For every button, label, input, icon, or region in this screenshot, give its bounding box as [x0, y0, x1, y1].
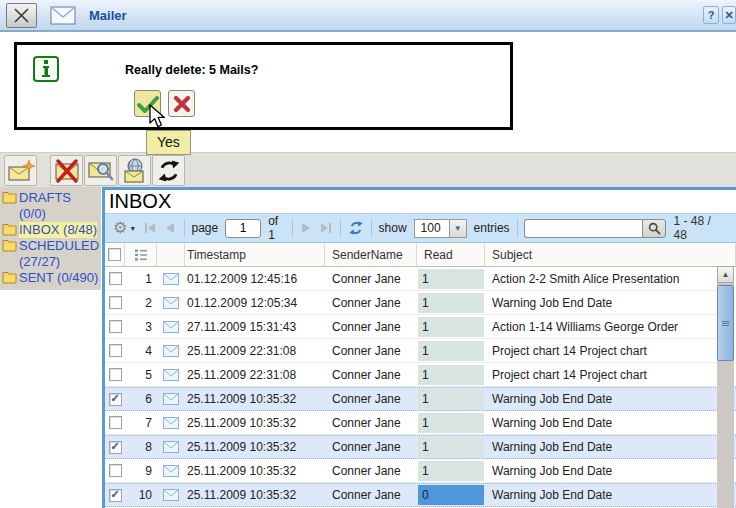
row-number-sort-icon[interactable]: [134, 248, 148, 262]
folder-label: SCHEDULED (27/27): [19, 238, 101, 270]
column-header-sender[interactable]: SenderName: [325, 243, 417, 266]
row-checkbox[interactable]: [109, 344, 122, 357]
mailer-app-icon: [50, 6, 76, 25]
table-row[interactable]: 7 25.11.2009 10:35:32 Conner Jane 1 Warn…: [105, 411, 736, 435]
mail-toolbar: [0, 152, 736, 187]
search-mail-button[interactable]: [84, 155, 117, 186]
row-number: 3: [125, 320, 157, 334]
mail-icon: [163, 489, 179, 501]
table-row[interactable]: 6 25.11.2009 10:35:32 Conner Jane 1 Warn…: [105, 387, 736, 411]
folder-item[interactable]: INBOX (8/48): [2, 222, 101, 238]
row-checkbox[interactable]: [109, 441, 122, 454]
last-page-button[interactable]: [320, 220, 333, 236]
cell-subject: Warning Job End Date: [485, 440, 736, 454]
folder-item[interactable]: SENT (0/490): [2, 270, 101, 286]
cell-read: 1: [418, 437, 484, 457]
column-header-timestamp[interactable]: Timestamp: [185, 243, 325, 266]
cell-sender: Conner Jane: [325, 272, 417, 286]
page-size-value: 100: [415, 221, 449, 235]
help-button[interactable]: ?: [703, 6, 719, 24]
cell-read: 1: [418, 293, 484, 313]
cell-subject: Action 1-14 Williams George Order: [485, 320, 736, 334]
scroll-up-button[interactable]: ▲: [717, 266, 734, 283]
confirm-delete-dialog: Really delete: 5 Mails?: [14, 42, 513, 130]
row-number: 7: [125, 416, 157, 430]
row-checkbox[interactable]: [109, 393, 122, 406]
delete-mail-icon: [53, 159, 81, 183]
grid-refresh-icon: [348, 220, 364, 236]
table-row[interactable]: 9 25.11.2009 10:35:32 Conner Jane 1 Warn…: [105, 459, 736, 483]
cell-read: 1: [418, 341, 484, 361]
search-button[interactable]: [642, 219, 666, 238]
cell-sender: Conner Jane: [325, 464, 417, 478]
folder-item[interactable]: DRAFTS (0/0): [2, 190, 101, 222]
row-number: 10: [125, 488, 157, 502]
row-checkbox[interactable]: [109, 416, 122, 429]
page-of-label: of 1: [268, 214, 285, 242]
column-header-subject[interactable]: Subject: [485, 243, 736, 266]
row-checkbox[interactable]: [109, 272, 122, 285]
row-number: 9: [125, 464, 157, 478]
grid-settings-button[interactable]: ⚙ ▼: [113, 220, 136, 236]
vertical-scrollbar[interactable]: ▲: [717, 266, 734, 508]
table-row[interactable]: 10 25.11.2009 10:35:32 Conner Jane 0 War…: [105, 483, 736, 507]
grid-refresh-button[interactable]: [348, 220, 364, 236]
separator: [371, 219, 372, 237]
web-mail-icon: [121, 158, 149, 184]
search-icon: [648, 222, 661, 235]
first-page-button[interactable]: [143, 220, 156, 236]
close-button[interactable]: ✕: [722, 6, 736, 24]
delete-mail-button[interactable]: [50, 155, 83, 186]
row-checkbox[interactable]: [109, 464, 122, 477]
no-button[interactable]: [168, 90, 195, 117]
page-input[interactable]: [225, 219, 261, 238]
mail-icon-column-header[interactable]: [157, 243, 185, 266]
cell-timestamp: 01.12.2009 12:05:34: [185, 296, 325, 310]
chevron-down-icon: ▼: [129, 225, 136, 232]
cell-timestamp: 25.11.2009 10:35:32: [185, 392, 325, 406]
search-input[interactable]: [524, 219, 642, 238]
folder-icon: [2, 192, 17, 204]
mail-icon: [163, 297, 179, 309]
new-mail-icon: [7, 159, 35, 183]
inbox-panel: INBOX ⚙ ▼ page of 1: [102, 187, 736, 508]
table-row[interactable]: 8 25.11.2009 10:35:32 Conner Jane 1 Warn…: [105, 435, 736, 459]
row-number: 1: [125, 272, 157, 286]
prev-page-icon: [165, 222, 175, 234]
mouse-cursor: [149, 104, 167, 130]
new-mail-button[interactable]: [4, 155, 37, 186]
table-row[interactable]: 2 01.12.2009 12:05:34 Conner Jane 1 Warn…: [105, 291, 736, 315]
column-header-read[interactable]: Read: [417, 243, 485, 266]
cell-read: 0: [418, 485, 484, 505]
cell-subject: Warning Job End Date: [485, 296, 736, 310]
row-checkbox[interactable]: [109, 320, 122, 333]
grid-pager-bar: ⚙ ▼ page of 1: [105, 213, 736, 243]
row-number: 8: [125, 440, 157, 454]
row-number: 4: [125, 344, 157, 358]
cell-subject: Warning Job End Date: [485, 416, 736, 430]
cell-sender: Conner Jane: [325, 392, 417, 406]
separator: [340, 219, 341, 237]
mail-icon: [163, 393, 179, 405]
page-size-select[interactable]: 100 ▼: [414, 219, 467, 238]
folder-item[interactable]: SCHEDULED (27/27): [2, 238, 101, 270]
prev-page-button[interactable]: [163, 220, 176, 236]
cell-subject: Action 2-2 Smith Alice Presentation: [485, 272, 736, 286]
page-label: page: [191, 221, 218, 235]
cell-timestamp: 25.11.2009 10:35:32: [185, 464, 325, 478]
folder-list: DRAFTS (0/0) INBOX (8/48) SCHEDULED (27/…: [0, 187, 101, 290]
row-checkbox[interactable]: [109, 368, 122, 381]
web-mail-button[interactable]: [118, 155, 151, 186]
table-row[interactable]: 3 27.11.2009 15:31:43 Conner Jane 1 Acti…: [105, 315, 736, 339]
table-row[interactable]: 1 01.12.2009 12:45:16 Conner Jane 1 Acti…: [105, 267, 736, 291]
row-checkbox[interactable]: [109, 489, 122, 502]
refresh-button[interactable]: [152, 155, 185, 186]
select-all-checkbox[interactable]: [108, 248, 121, 261]
next-page-button[interactable]: [300, 220, 313, 236]
table-row[interactable]: 4 25.11.2009 22:31:08 Conner Jane 1 Proj…: [105, 339, 736, 363]
table-row[interactable]: 5 25.11.2009 22:31:08 Conner Jane 1 Proj…: [105, 363, 736, 387]
scrollbar-thumb[interactable]: [717, 285, 734, 361]
row-checkbox[interactable]: [109, 296, 122, 309]
cell-timestamp: 25.11.2009 10:35:32: [185, 440, 325, 454]
collapse-panel-button[interactable]: [6, 3, 37, 28]
